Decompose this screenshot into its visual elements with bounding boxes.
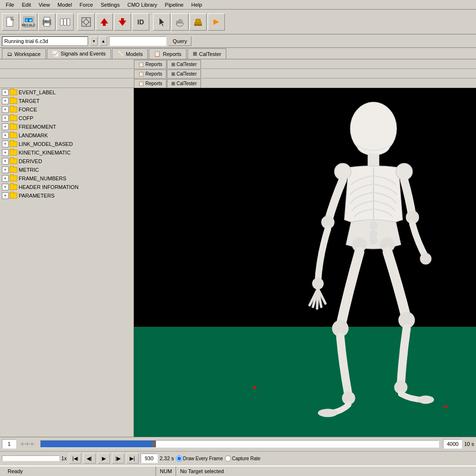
- draw-every-frame-input[interactable]: [176, 455, 182, 462]
- tree-item-event-label[interactable]: + EVENT_LABEL: [0, 88, 133, 97]
- menu-cmo-library[interactable]: CMO Library: [123, 1, 161, 9]
- play-button[interactable]: ▶: [98, 453, 110, 464]
- expand-link-model[interactable]: +: [2, 141, 9, 147]
- capture-rate-label: Capture Rate: [232, 456, 260, 461]
- subtab-reports-1[interactable]: 📋 Reports: [134, 60, 166, 68]
- tree-item-cofp[interactable]: + COFP: [0, 114, 133, 122]
- cmo-button[interactable]: C M RECALC: [20, 13, 37, 31]
- subtab-reports-3-label: Reports: [145, 81, 162, 86]
- menu-edit[interactable]: Edit: [18, 1, 35, 9]
- expand-parameters[interactable]: +: [2, 192, 9, 199]
- max-frame-input[interactable]: [443, 439, 462, 449]
- print-button[interactable]: [38, 13, 55, 31]
- expand-freemoment[interactable]: +: [2, 123, 9, 130]
- expand-event-label[interactable]: +: [2, 89, 9, 96]
- capture-rate-radio[interactable]: Capture Rate: [225, 455, 260, 462]
- tree-item-metric[interactable]: + METRIC: [0, 166, 133, 174]
- timeline-area: 10 s 1x |◀ ◀| ▶ |▶ ▶| 2.32 s Draw Every …: [0, 437, 476, 465]
- svg-rect-20: [121, 18, 124, 21]
- tree-item-freemoment[interactable]: + FREEMOMENT: [0, 122, 133, 131]
- menu-bar: File Edit View Model Force Settings CMO …: [0, 0, 476, 10]
- expand-kinetic[interactable]: +: [2, 149, 9, 156]
- frame-count-input[interactable]: [141, 454, 158, 463]
- query-combo[interactable]: [109, 36, 166, 46]
- subtab-caltester-1[interactable]: ⊞ CalTester: [167, 60, 201, 68]
- go-to-end-button[interactable]: ▶|: [126, 453, 139, 464]
- subtab-reports-1-label: Reports: [145, 62, 162, 67]
- folder-header-info: [10, 184, 17, 190]
- trial-input[interactable]: [2, 36, 88, 46]
- tab-reports-label: Reports: [163, 51, 181, 57]
- tab-reports[interactable]: 📋 Reports: [149, 48, 187, 59]
- tab-workspace[interactable]: 🗂 Workspace: [2, 48, 46, 59]
- tree-item-frame-numbers[interactable]: + FRAME_NUMBERS: [0, 174, 133, 183]
- tree-label-force: FORCE: [19, 107, 37, 112]
- tree-item-header-info[interactable]: + HEADER INFORMATION: [0, 183, 133, 191]
- tab-signals[interactable]: 📈 Signals and Events: [47, 48, 111, 59]
- expand-metric[interactable]: +: [2, 166, 9, 173]
- speed-slider[interactable]: [2, 455, 59, 461]
- current-frame-input[interactable]: [2, 439, 16, 449]
- navigate-button[interactable]: [208, 13, 225, 31]
- draw-every-frame-radio[interactable]: Draw Every Frame: [176, 455, 223, 462]
- tree-item-derived[interactable]: + DERIVED: [0, 157, 133, 166]
- expand-landmark[interactable]: +: [2, 132, 9, 139]
- svg-point-54: [369, 236, 377, 244]
- tree-item-kinetic[interactable]: + KINETIC_KINEMATIC: [0, 148, 133, 157]
- tree-item-link-model[interactable]: + LINK_MODEL_BASED: [0, 140, 133, 148]
- tab-caltester[interactable]: ⊞ CalTester: [188, 48, 226, 59]
- subtab-caltester-3[interactable]: ⊞ CalTester: [167, 79, 201, 88]
- query-button[interactable]: Query: [168, 36, 191, 46]
- tree-item-force[interactable]: + FORCE: [0, 105, 133, 114]
- folder-frame-numbers: [10, 176, 17, 181]
- id-button[interactable]: ID: [132, 13, 149, 31]
- tab-models[interactable]: 🦴 Models: [112, 48, 148, 59]
- subtab-caltester-2[interactable]: ⊞ CalTester: [167, 69, 201, 78]
- middle-area: + EVENT_LABEL + TARGET + FORCE +: [0, 88, 476, 437]
- new-button[interactable]: [2, 13, 19, 31]
- trial-dropdown[interactable]: ▾: [90, 36, 98, 46]
- capture-rate-input[interactable]: [225, 455, 231, 462]
- folder-metric: [10, 167, 17, 173]
- tree-item-parameters[interactable]: + PARAMETERS: [0, 191, 133, 200]
- expand-force[interactable]: +: [2, 106, 9, 113]
- menu-settings[interactable]: Settings: [97, 1, 123, 9]
- step-forward-button[interactable]: |▶: [112, 453, 124, 464]
- menu-force[interactable]: Force: [76, 1, 97, 9]
- subtab-reports-2[interactable]: 📋 Reports: [134, 69, 166, 78]
- pipeline-button[interactable]: [56, 13, 74, 31]
- reset-camera-button[interactable]: [77, 13, 95, 31]
- timeline-slider[interactable]: [40, 440, 439, 448]
- subtab-reports-3[interactable]: 📋 Reports: [134, 79, 166, 88]
- go-to-start-button[interactable]: |◀: [69, 453, 81, 464]
- tree-label-link-model: LINK_MODEL_BASED: [19, 141, 73, 147]
- menu-pipeline[interactable]: Pipeline: [161, 1, 188, 9]
- folder-cofp: [10, 115, 17, 121]
- expand-target[interactable]: +: [2, 98, 9, 104]
- svg-point-12: [84, 20, 89, 24]
- expand-derived[interactable]: +: [2, 158, 9, 165]
- menu-file[interactable]: File: [2, 1, 18, 9]
- force-down-button[interactable]: [114, 13, 131, 31]
- menu-model[interactable]: Model: [54, 1, 76, 9]
- menu-help[interactable]: Help: [188, 1, 206, 9]
- skeleton-model: [220, 98, 469, 437]
- time-display: 2.32 s: [160, 455, 174, 461]
- menu-view[interactable]: View: [35, 1, 54, 9]
- step-back-button[interactable]: ◀|: [83, 453, 96, 464]
- tree-item-landmark[interactable]: + LANDMARK: [0, 131, 133, 140]
- tree-label-metric: METRIC: [19, 167, 39, 173]
- expand-frame-numbers[interactable]: +: [2, 175, 9, 182]
- trial-spin-up[interactable]: ▲: [100, 36, 107, 46]
- force-up-button[interactable]: [96, 13, 113, 31]
- timeline-thumb[interactable]: [152, 441, 156, 447]
- expand-cofp[interactable]: +: [2, 115, 9, 122]
- stamp-button[interactable]: [189, 13, 207, 31]
- tree-item-target[interactable]: + TARGET: [0, 97, 133, 105]
- svg-rect-28: [194, 24, 202, 26]
- expand-header-info[interactable]: +: [2, 184, 9, 190]
- cursor-button[interactable]: [153, 13, 170, 31]
- viewport-3d[interactable]: [134, 88, 476, 437]
- tree-label-derived: DERIVED: [19, 158, 42, 164]
- hand-button[interactable]: [171, 13, 188, 31]
